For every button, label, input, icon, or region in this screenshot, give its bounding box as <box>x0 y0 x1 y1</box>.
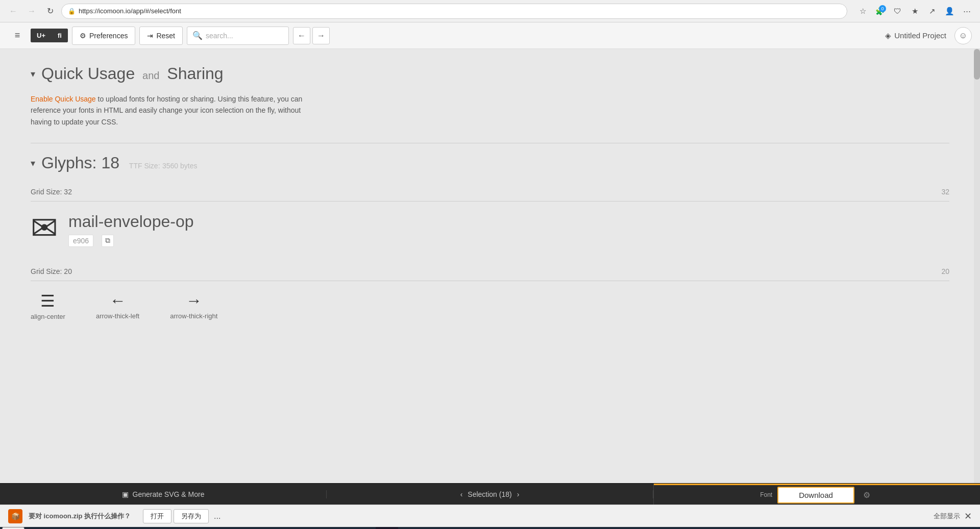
project-icon: ◈ <box>885 31 891 40</box>
generate-icon: ▣ <box>122 490 129 498</box>
glyph-mail-icon: ✉ <box>31 212 58 244</box>
bookmark-button[interactable]: ★ <box>908 4 922 18</box>
taskbar-app-mail[interactable]: ✉ <box>263 527 286 529</box>
project-name-text: Untitled Project <box>894 31 946 40</box>
lock-icon: 🔒 <box>68 8 76 15</box>
address-bar[interactable]: 🔒 https://icomoon.io/app/#/select/font <box>61 4 847 19</box>
forward-button[interactable]: → <box>24 4 39 18</box>
arrow-thick-left-name: arrow-thick-left <box>96 312 139 320</box>
profile-button[interactable]: 👤 <box>942 4 957 18</box>
grid-size-value-1: 32 <box>941 188 949 196</box>
notify-filename: 要对 icomoon.zip 执行什么操作？ <box>29 512 131 521</box>
quick-usage-title: Quick Usage and Sharing <box>41 64 224 83</box>
badge-count: 0 <box>879 5 886 12</box>
reset-icon: ⇥ <box>147 32 153 40</box>
quick-usage-and: and <box>142 70 159 81</box>
notify-right: 全部显示 ✕ <box>934 511 972 522</box>
gear-icon: ⚙ <box>80 32 86 40</box>
glyphs-title: Glyphs: 18 TTF Size: 3560 bytes <box>41 154 197 172</box>
reset-button[interactable]: ⇥ Reset <box>139 27 183 45</box>
browser-chrome: ← → ↻ 🔒 https://icomoon.io/app/#/select/… <box>0 0 980 22</box>
grid-size-label-1: Grid Size: 32 <box>31 188 941 196</box>
quick-usage-sharing: Sharing <box>167 64 223 83</box>
redo-button[interactable]: → <box>312 27 330 44</box>
quick-usage-title-part1: Quick Usage <box>41 64 135 83</box>
arrow-thick-right-name: arrow-thick-right <box>170 312 217 320</box>
download-button[interactable]: Download <box>777 487 854 503</box>
search-input[interactable] <box>206 32 287 40</box>
notify-actions: 打开 另存为 ... <box>143 509 224 523</box>
nav-arrows: ← → <box>293 27 330 44</box>
notify-open-button[interactable]: 打开 <box>143 509 172 523</box>
scrollbar-thumb[interactable] <box>974 49 980 80</box>
notify-show-all[interactable]: 全部显示 <box>934 512 960 521</box>
small-glyph-align-center: ☰ align-center <box>31 291 65 320</box>
url-text: https://icomoon.io/app/#/select/font <box>79 7 181 15</box>
taskbar-app-shield[interactable]: 🛡 <box>286 527 308 529</box>
ttf-value: 3560 bytes <box>162 162 198 170</box>
share-button[interactable]: ↗ <box>925 4 939 18</box>
selection-prev-icon[interactable]: ‹ <box>460 490 463 498</box>
preferences-label: Preferences <box>89 32 128 40</box>
taskbar-app-taskview[interactable]: ⊟ <box>196 527 218 529</box>
notify-more-button[interactable]: ... <box>211 509 224 523</box>
selection-section[interactable]: ‹ Selection (18) › <box>326 490 653 498</box>
taskbar-app-explorer[interactable]: 📁 <box>218 527 241 529</box>
scrollbar[interactable] <box>974 49 980 483</box>
glyph-copy-button[interactable]: ⧉ <box>102 235 114 247</box>
ttf-label: TTF Size: <box>129 162 160 170</box>
glyph-mail-name: mail-envelope-op <box>68 212 193 231</box>
star-button[interactable]: ☆ <box>855 4 870 18</box>
quick-usage-chevron[interactable]: ▾ <box>31 68 35 80</box>
taskbar-app-paint[interactable]: 🎨 <box>353 527 376 529</box>
ligature-button[interactable]: fi <box>52 29 68 42</box>
taskbar-app-vs[interactable]: 💻 <box>398 527 421 529</box>
glyphs-count: 18 <box>101 154 119 172</box>
bottom-bar: ▣ Generate SVG & More ‹ Selection (18) ›… <box>0 483 980 505</box>
undo-button[interactable]: ← <box>293 27 310 44</box>
app-toolbar: ≡ U+ fi ⚙ Preferences ⇥ Reset 🔍 ← → ◈ Un… <box>0 22 980 49</box>
selection-next-icon[interactable]: › <box>517 490 520 498</box>
glyph-code: e906 <box>68 235 93 247</box>
hamburger-icon: ≡ <box>15 30 20 41</box>
extension-button[interactable]: 🧩 0 <box>873 4 887 18</box>
preferences-button[interactable]: ⚙ Preferences <box>72 27 135 45</box>
menu-button[interactable]: ≡ <box>8 27 27 45</box>
unicode-button[interactable]: U+ <box>31 29 52 42</box>
more-button[interactable]: ⋯ <box>960 4 974 18</box>
generate-svg-section[interactable]: ▣ Generate SVG & More <box>0 484 326 505</box>
taskbar-apps: ⊟ 📁 🌐 ✉ 🛡 🎮 ⚙ 🎨 FW 💻 <box>196 527 421 529</box>
taskbar-app-settings[interactable]: ⚙ <box>331 527 353 529</box>
taskbar-app-fw[interactable]: FW <box>376 527 398 529</box>
download-settings-button[interactable]: ⚙ <box>860 488 874 502</box>
font-tab-label: Font <box>760 491 772 498</box>
notify-close-button[interactable]: ✕ <box>964 511 972 522</box>
project-name: ◈ Untitled Project <box>885 31 946 40</box>
small-glyph-arrow-thick-left: ← arrow-thick-left <box>96 291 139 320</box>
start-button[interactable]: ⊞ <box>2 527 24 529</box>
small-glyphs-row: ☰ align-center ← arrow-thick-left → arro… <box>31 291 949 320</box>
taskbar-app-games[interactable]: 🎮 <box>308 527 331 529</box>
glyph-details: mail-envelope-op e906 ⧉ <box>68 212 193 246</box>
avatar-button[interactable]: ☺ <box>954 27 972 44</box>
refresh-button[interactable]: ↻ <box>43 4 57 18</box>
font-download-area: Font Download ⚙ <box>653 484 980 505</box>
glyphs-chevron[interactable]: ▾ <box>31 158 35 169</box>
taskbar-app-edge[interactable]: 🌐 <box>241 527 263 529</box>
grid-size-row-1: Grid Size: 32 32 <box>31 183 949 201</box>
ttf-info: TTF Size: 3560 bytes <box>129 161 198 170</box>
enable-quick-usage-link[interactable]: Enable Quick Usage <box>31 95 96 103</box>
back-button[interactable]: ← <box>6 4 20 18</box>
progress-bar-container <box>654 484 980 485</box>
quick-usage-description: Enable Quick Usage to upload fonts for h… <box>31 93 311 128</box>
notify-save-button[interactable]: 另存为 <box>174 509 209 523</box>
glyphs-header: ▾ Glyphs: 18 TTF Size: 3560 bytes <box>31 154 949 172</box>
grid-size-label-2: Grid Size: 20 <box>31 267 941 275</box>
grid-size-value-2: 20 <box>941 267 949 275</box>
search-box[interactable]: 🔍 <box>187 27 289 45</box>
arrow-thick-right-icon: → <box>186 291 202 310</box>
quick-usage-header: ▾ Quick Usage and Sharing <box>31 64 949 83</box>
font-download-inner: Font Download ⚙ <box>654 485 980 505</box>
align-center-icon: ☰ <box>40 291 55 311</box>
shield-button[interactable]: 🛡 <box>890 4 904 18</box>
